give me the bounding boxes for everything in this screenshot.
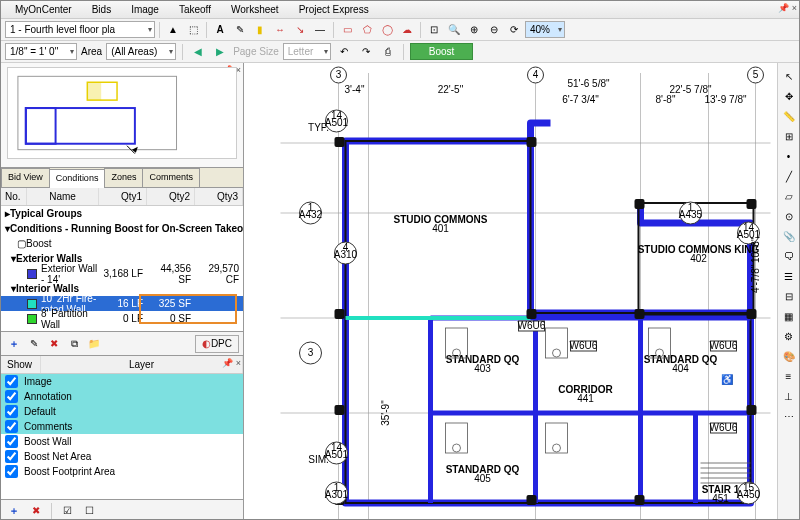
attach-icon[interactable]: 📎 (780, 227, 798, 245)
drawing-canvas[interactable]: 3 4 5 3'-4" 22'-5" 51'-6 5/8" 22'-5 7/8"… (244, 63, 777, 520)
col-qty2[interactable]: Qty2 (147, 188, 195, 205)
item-boost[interactable]: Boost (26, 238, 52, 249)
ellipse-tool-icon[interactable]: ◯ (378, 21, 396, 39)
layer-checkbox[interactable] (5, 375, 18, 388)
menu-project-express[interactable]: Project Express (289, 2, 379, 17)
pagesize-select[interactable]: Letter (283, 43, 331, 60)
conditions-tree[interactable]: ▸ Typical Groups ▾ Conditions - Running … (1, 206, 243, 332)
delete-icon[interactable]: ✖ (45, 335, 63, 353)
add-layer-icon[interactable]: ＋ (5, 502, 23, 520)
layer-checkbox[interactable] (5, 435, 18, 448)
layer-row[interactable]: Image (1, 374, 243, 389)
item-partition-wall[interactable]: 8' Partition Wall (41, 308, 99, 330)
area-select[interactable]: (All Areas) (106, 43, 176, 60)
text-tool-icon[interactable]: A (211, 21, 229, 39)
select-icon[interactable]: ↖ (780, 67, 798, 85)
svg-text:W6U6: W6U6 (570, 340, 598, 351)
tab-conditions[interactable]: Conditions (49, 169, 106, 188)
polygon-tool-icon[interactable]: ⬠ (358, 21, 376, 39)
plan-select[interactable]: 1 - Fourth level floor pla (5, 21, 155, 38)
prev-page-icon[interactable]: ◀ (189, 43, 207, 61)
note-icon[interactable]: 🗨 (780, 247, 798, 265)
settings-icon[interactable]: ⚙ (780, 327, 798, 345)
layer-row[interactable]: Boost Footprint Area (1, 464, 243, 479)
layer-checkbox[interactable] (5, 390, 18, 403)
cursor-icon[interactable]: ▲ (164, 21, 182, 39)
layer-row[interactable]: Default (1, 404, 243, 419)
linear-icon[interactable]: ╱ (780, 167, 798, 185)
col-qty1[interactable]: Qty1 (99, 188, 147, 205)
snap-icon[interactable]: ⊞ (780, 127, 798, 145)
menu-bids[interactable]: Bids (82, 2, 121, 17)
zoom-in-icon[interactable]: ⊕ (465, 21, 483, 39)
group-typical[interactable]: Typical Groups (10, 208, 82, 219)
col-no[interactable]: No. (1, 188, 27, 205)
measure-icon[interactable]: 📏 (780, 107, 798, 125)
scale-select[interactable]: 1/8" = 1' 0" (5, 43, 77, 60)
select-tool-icon[interactable]: ⬚ (184, 21, 202, 39)
col-qty3[interactable]: Qty3 (195, 188, 243, 205)
grid-icon[interactable]: ⊟ (780, 287, 798, 305)
count-icon[interactable]: ⊙ (780, 207, 798, 225)
pencil-icon[interactable]: ✎ (231, 21, 249, 39)
zoom-fit-icon[interactable]: ⊡ (425, 21, 443, 39)
check-all-icon[interactable]: ☑ (58, 502, 76, 520)
area-icon[interactable]: ▱ (780, 187, 798, 205)
layer-row[interactable]: Boost Net Area (1, 449, 243, 464)
pin-icon[interactable]: 📌 × (222, 358, 241, 368)
tab-zones[interactable]: Zones (104, 168, 143, 187)
next-page-icon[interactable]: ▶ (211, 43, 229, 61)
tab-bid-view[interactable]: Bid View (1, 168, 50, 187)
layer-row[interactable]: Annotation (1, 389, 243, 404)
menu-takeoff[interactable]: Takeoff (169, 2, 221, 17)
layer-row[interactable]: Boost Wall (1, 434, 243, 449)
pan-icon[interactable]: ✥ (780, 87, 798, 105)
zoom-window-icon[interactable]: 🔍 (445, 21, 463, 39)
add-icon[interactable]: ＋ (5, 335, 23, 353)
layer-checkbox[interactable] (5, 450, 18, 463)
delete-layer-icon[interactable]: ✖ (27, 502, 45, 520)
layers-icon[interactable]: ☰ (780, 267, 798, 285)
layer-checkbox[interactable] (5, 465, 18, 478)
zoom-select[interactable]: 40% (525, 21, 565, 38)
dpc-button[interactable]: ◐ DPC (195, 335, 239, 353)
arrow-tool-icon[interactable]: ↘ (291, 21, 309, 39)
point-icon[interactable]: • (780, 147, 798, 165)
rotate-right-icon[interactable]: ↷ (357, 43, 375, 61)
menu-image[interactable]: Image (121, 2, 169, 17)
thumbnail-image[interactable] (7, 67, 237, 159)
col-name[interactable]: Name (27, 188, 99, 205)
rect-tool-icon[interactable]: ▭ (338, 21, 356, 39)
layer-row[interactable]: Comments (1, 419, 243, 434)
palette-icon[interactable]: 🎨 (780, 347, 798, 365)
item-exterior-wall[interactable]: Exterior Wall - 14' (41, 263, 99, 285)
zoom-out-icon[interactable]: ⊖ (485, 21, 503, 39)
tab-comments[interactable]: Comments (142, 168, 200, 187)
grid2-icon[interactable]: ▦ (780, 307, 798, 325)
ortho-icon[interactable]: ⊥ (780, 387, 798, 405)
layers-list[interactable]: ImageAnnotationDefaultCommentsBoost Wall… (1, 374, 243, 499)
layer-checkbox[interactable] (5, 420, 18, 433)
folder-icon[interactable]: 📁 (85, 335, 103, 353)
print-icon[interactable]: ⎙ (379, 43, 397, 61)
dimension-icon[interactable]: ↔ (271, 21, 289, 39)
line-tool-icon[interactable]: — (311, 21, 329, 39)
boost-button[interactable]: Boost (410, 43, 474, 60)
rotate-left-icon[interactable]: ↶ (335, 43, 353, 61)
menu-worksheet[interactable]: Worksheet (221, 2, 289, 17)
col-show[interactable]: Show (1, 356, 41, 373)
uncheck-all-icon[interactable]: ☐ (80, 502, 98, 520)
more-icon[interactable]: ⋯ (780, 407, 798, 425)
list-icon[interactable]: ≡ (780, 367, 798, 385)
edit-icon[interactable]: ✎ (25, 335, 43, 353)
cloud-tool-icon[interactable]: ☁ (398, 21, 416, 39)
refresh-icon[interactable]: ⟳ (505, 21, 523, 39)
layer-name: Image (24, 376, 52, 387)
pin-icon[interactable]: 📌 × (778, 3, 797, 13)
group-running-boost[interactable]: Conditions - Running Boost for On-Screen… (10, 223, 243, 234)
col-layer[interactable]: Layer (41, 356, 243, 373)
copy-icon[interactable]: ⧉ (65, 335, 83, 353)
layer-checkbox[interactable] (5, 405, 18, 418)
menu-myoncenter[interactable]: MyOnCenter (5, 2, 82, 17)
highlighter-icon[interactable]: ▮ (251, 21, 269, 39)
